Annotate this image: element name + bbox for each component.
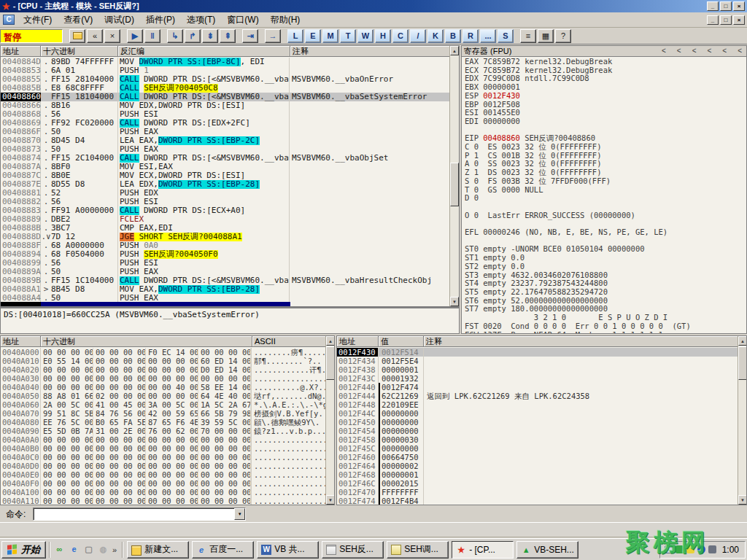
stack-row[interactable]: 0012F45000000000 (337, 418, 738, 427)
taskbar-button-word[interactable]: WVB 共... (257, 541, 319, 559)
ie-icon[interactable]: e (69, 544, 80, 555)
taskbar-button-ie[interactable]: e百度一... (192, 541, 254, 559)
dump-row[interactable]: 0040A02000 00 00 0000 00 00 0000 00 00 0… (1, 365, 325, 374)
disasm-row[interactable]: 0040887A.8BF0MOV ESI,EAX (1, 163, 449, 171)
dump-row[interactable]: 0040A10000 00 00 0000 00 00 0000 00 00 0… (1, 488, 325, 497)
disasm-row[interactable]: 0040888D.∨7D 12JGE SHORT SEH反调?004088A1 (1, 233, 449, 241)
toolbar-window-button-slash[interactable]: / (410, 29, 426, 43)
toolbar-window-button-W[interactable]: W (357, 29, 374, 43)
dump-row[interactable]: 0040A010E0 55 14 0000 00 00 0000 00 00 0… (1, 357, 325, 365)
disasm-row[interactable]: 0040889A.50PUSH EAX (1, 268, 449, 276)
clock[interactable]: 1:00 (719, 545, 739, 555)
dump-row[interactable]: 0040A04000 00 00 0000 00 00 0000 00 40 0… (1, 383, 325, 392)
stack-column-value[interactable]: 值 (379, 336, 424, 346)
stack-row[interactable]: 0012F4340012F5E4 (337, 357, 738, 365)
close-button[interactable]: × (733, 1, 745, 11)
register-line[interactable]: FCW 137F Prec NEAR,64 Mask 1 1 1 1 1 1 (465, 331, 745, 335)
scrollbar-thumb[interactable] (738, 346, 747, 380)
menu-item-插[interactable]: 插件(P) (140, 12, 181, 28)
dump-row[interactable]: 0040A0B000 00 00 0000 00 00 0000 00 00 0… (1, 444, 325, 453)
stack-row[interactable]: 0012F46400000002 (337, 462, 738, 470)
stack-row[interactable]: 0012F45C00000000 (337, 444, 738, 453)
run-button[interactable]: ▶ (127, 29, 143, 43)
dump-row[interactable]: 0040A03000 00 00 0000 00 00 0000 00 00 0… (1, 374, 325, 383)
collapse-arrow-icon[interactable]: < (722, 46, 727, 56)
collapse-arrow-icon[interactable]: < (738, 46, 742, 56)
pause-button[interactable]: ‖ (144, 29, 160, 43)
stack-row[interactable]: 0012F43C00001932 (337, 374, 738, 383)
stack-row[interactable]: 0012F4740012F4B4 (337, 497, 738, 505)
dump-column-ascii[interactable]: ASCII (252, 336, 334, 346)
toolbar-window-button-T[interactable]: T (340, 29, 356, 43)
stack-row[interactable]: 0012F46C00002015 (337, 479, 738, 488)
disasm-row[interactable]: 00408860FF15 18104000CALL DWORD PTR DS:[… (1, 93, 449, 101)
dump-row[interactable]: 0040A11000 00 00 0000 00 00 0000 00 00 0… (1, 497, 325, 505)
taskbar-button-folder[interactable]: 新建文... (127, 541, 189, 559)
disasm-row[interactable]: 00408889.DBE2FCLEX (1, 215, 449, 224)
stack-row[interactable]: 0012F46800000001 (337, 470, 738, 479)
restart-button[interactable]: « (87, 29, 103, 43)
dump-row[interactable]: 0040A090E5 5D 0B 7A31 00 2E 0076 00 62 0… (1, 427, 325, 435)
restore-button[interactable]: □ (720, 1, 732, 11)
toolbar-window-button-H[interactable]: H (375, 29, 391, 43)
minimize-button[interactable]: _ (707, 1, 719, 11)
disasm-row[interactable]: 00408882.56PUSH ESI (1, 198, 449, 206)
dump-row[interactable]: 0040A07099 51 8C 5B84 76 56 0042 00 59 6… (1, 409, 325, 418)
stack-row[interactable]: 0012F45400000000 (337, 427, 738, 435)
dump-row[interactable]: 0040A0C000 00 00 0000 00 00 0000 00 00 0… (1, 453, 325, 462)
register-line[interactable]: O 0 LastErr ERROR_SUCCESS (00000000) (465, 211, 745, 220)
taskbar-button-note[interactable]: SEH反... (322, 541, 384, 559)
menu-item-帮[interactable]: 帮助(H) (265, 12, 306, 28)
disasm-row[interactable]: 0040884D.89BD 74FFFFFFMOV DWORD PTR SS:[… (1, 58, 449, 66)
go-to-button[interactable]: → (265, 29, 281, 43)
register-line[interactable]: T 0 GS 0000 NULL (465, 186, 745, 195)
stack-row[interactable]: 0012F4300012F514 (337, 348, 738, 357)
menu-item-查[interactable]: 查看(V) (58, 12, 98, 28)
scroll-up-icon[interactable]: ▲ (738, 336, 747, 346)
toolbar-window-button-dots[interactable]: ... (480, 29, 496, 43)
register-line[interactable]: D 0 (465, 194, 745, 203)
stack-row[interactable]: 0012F46000664750 (337, 453, 738, 462)
scroll-up-icon[interactable]: ▲ (326, 336, 335, 346)
disasm-row[interactable]: 0040886F.50PUSH EAX (1, 128, 449, 136)
disasm-row[interactable]: 0040888F.68 A0000000PUSH 0A0 (1, 241, 449, 250)
disasm-row[interactable]: 00408870.8D45 D4LEA EAX,DWORD PTR SS:[EB… (1, 136, 449, 145)
animate-over-button[interactable]: ⇞ (220, 29, 236, 43)
disasm-row[interactable]: 0040888B.3BC7CMP EAX,EDI (1, 224, 449, 233)
disasm-row[interactable]: 00408855.FF15 28104000CALL DWORD PTR DS:… (1, 75, 449, 84)
disasm-row[interactable]: 00408881.52PUSH EDX (1, 189, 449, 198)
scroll-up-icon[interactable]: ▲ (450, 46, 459, 55)
stack-row[interactable]: 0012F448220109EE (337, 400, 738, 409)
register-line[interactable]: EFL 00000246 (NO, NB, E, BE, NS, PE, GE,… (465, 228, 745, 237)
step-into-button[interactable]: ↳ (167, 29, 183, 43)
dump-column-address[interactable]: 地址 (1, 336, 41, 346)
quick-launch-chevron-icon[interactable]: » (110, 545, 119, 554)
dump-row[interactable]: 0040A080EE 76 5C 00B0 65 FA 5E87 65 F6 4… (1, 418, 325, 427)
toolbar-window-button-C[interactable]: C (392, 29, 409, 43)
media-player-icon[interactable]: ◍ (98, 544, 109, 555)
messenger-icon[interactable]: ∞ (54, 544, 65, 555)
log-window-button[interactable]: ≡ (520, 29, 536, 43)
register-line[interactable]: EDI 00000000 (465, 117, 745, 126)
volume-icon[interactable] (708, 545, 716, 553)
child-restore-button[interactable]: □ (720, 15, 732, 25)
disassembly-scrollbar[interactable]: ▲ ▼ (449, 46, 459, 306)
taskbar-button-note2[interactable]: SEH调... (387, 541, 449, 559)
disasm-row[interactable]: 00408874.FF15 2C104000CALL DWORD PTR DS:… (1, 154, 449, 163)
stack-row[interactable]: 0012F470FFFFFFFF (337, 488, 738, 497)
column-header-hex[interactable]: 十六进制 (41, 46, 118, 56)
menu-item-窗[interactable]: 窗口(W) (221, 12, 264, 28)
stack-column-address[interactable]: 地址 (337, 336, 379, 346)
animate-into-button[interactable]: ⇟ (202, 29, 218, 43)
toolbar-window-button-R[interactable]: R (462, 29, 479, 43)
show-desktop-icon[interactable]: ▢ (83, 544, 94, 555)
help-button[interactable]: ? (555, 29, 571, 43)
disasm-row[interactable]: 0040885B.E8 68C8FFFFCALL SEH反调?004050C8 (1, 84, 449, 93)
dump-scrollbar[interactable]: ▲ ▼ (325, 336, 334, 505)
disasm-row[interactable]: 004088A1>8B45 D8MOV EAX,DWORD PTR SS:[EB… (1, 285, 449, 294)
command-input[interactable] (35, 509, 232, 519)
dump-row[interactable]: 0040A0602A 00 5C 0041 00 45 003A 00 5C 0… (1, 400, 325, 409)
disasm-row[interactable]: 00408883.FF91 A0000000CALL DWORD PTR DS:… (1, 206, 449, 215)
dump-row[interactable]: 0040A0F000 00 00 0000 00 00 0000 00 00 0… (1, 479, 325, 488)
disasm-row[interactable]: 00408894.68 F0504000PUSH SEH反调?004050F0 (1, 250, 449, 259)
